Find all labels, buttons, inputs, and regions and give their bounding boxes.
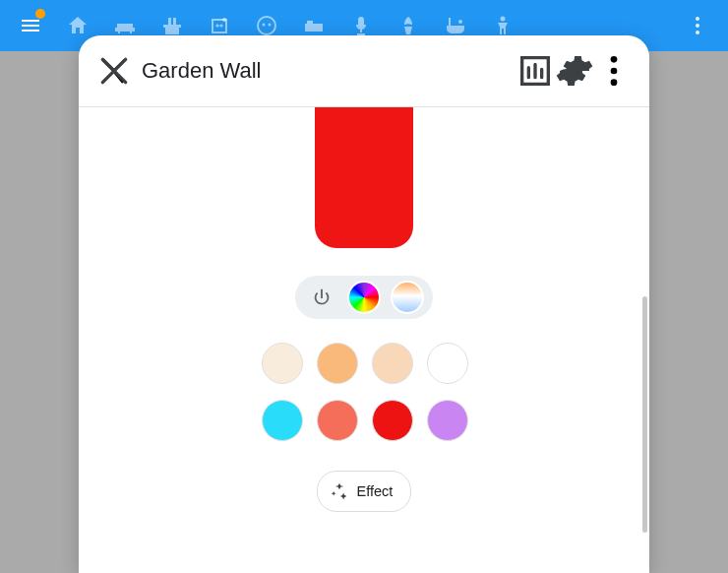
swatch-7[interactable] (372, 400, 413, 441)
swatch-8[interactable] (427, 400, 468, 441)
panel-more-button[interactable] (594, 51, 634, 91)
svg-point-0 (215, 24, 218, 27)
swatch-4[interactable] (427, 343, 468, 384)
panel-header: Garden Wall (79, 35, 649, 107)
scrollbar[interactable] (642, 296, 647, 533)
svg-point-8 (696, 24, 699, 28)
svg-point-1 (219, 24, 222, 27)
current-color-tile[interactable] (315, 107, 413, 248)
svg-point-6 (501, 17, 506, 22)
svg-point-10 (611, 56, 618, 63)
effect-chip[interactable]: Effect (317, 471, 412, 512)
svg-point-5 (269, 24, 272, 27)
close-button[interactable] (94, 51, 134, 91)
panel-body: Effect (79, 107, 649, 573)
svg-point-9 (696, 31, 699, 34)
swatch-6[interactable] (317, 400, 358, 441)
device-panel: Garden Wall (79, 35, 649, 573)
stats-button[interactable] (516, 51, 555, 91)
svg-point-4 (263, 24, 266, 27)
svg-point-2 (222, 18, 226, 22)
notification-dot (35, 9, 45, 19)
menu-button[interactable] (8, 3, 53, 48)
color-mode[interactable] (347, 281, 381, 314)
temperature-mode[interactable] (391, 281, 424, 314)
global-more-button[interactable] (675, 3, 720, 48)
effect-label: Effect (357, 483, 394, 499)
swatch-5[interactable] (262, 400, 303, 441)
swatch-3[interactable] (372, 343, 413, 384)
svg-point-3 (258, 17, 275, 34)
settings-button[interactable] (555, 51, 594, 91)
swatch-2[interactable] (317, 343, 358, 384)
mode-selector (295, 276, 433, 319)
color-swatches (262, 343, 466, 441)
power-mode[interactable] (305, 281, 338, 314)
svg-point-7 (696, 17, 699, 21)
panel-title: Garden Wall (142, 58, 261, 84)
svg-point-12 (611, 79, 618, 86)
svg-point-11 (611, 68, 618, 75)
swatch-1[interactable] (262, 343, 303, 384)
